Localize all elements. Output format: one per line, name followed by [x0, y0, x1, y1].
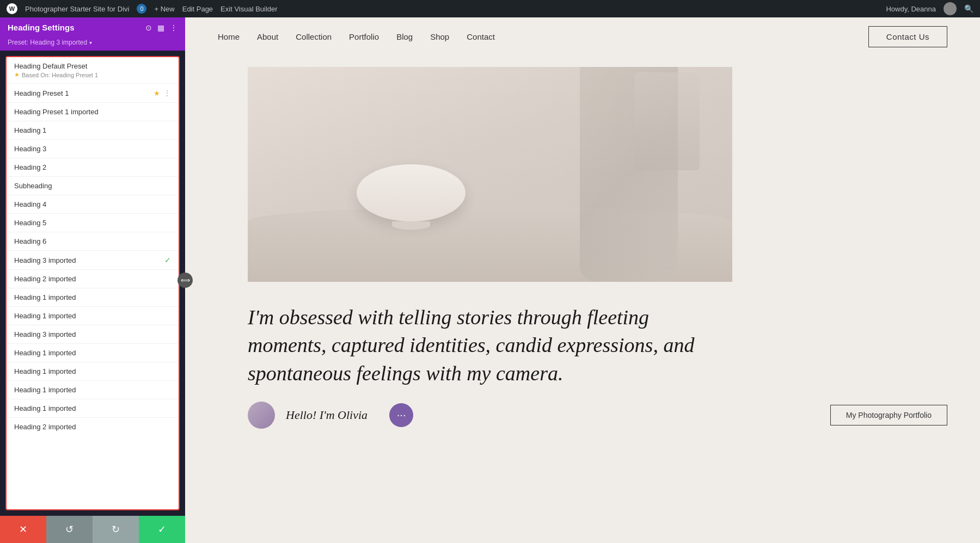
howdy-text: Howdy, Deanna: [886, 5, 936, 13]
preset-name: Heading 3 imported: [14, 330, 76, 338]
comments-link[interactable]: 0: [137, 4, 146, 14]
preset-name: Heading 2 imported: [14, 275, 76, 283]
redo-button[interactable]: ↻: [93, 516, 139, 543]
bowl: [357, 164, 465, 221]
preset-name: Heading Preset 1: [14, 89, 69, 97]
nav-about[interactable]: About: [257, 32, 278, 41]
search-icon[interactable]: 🔍: [964, 4, 973, 13]
preset-item[interactable]: Heading 3 imported: [7, 325, 179, 344]
preset-item[interactable]: Heading 1: [7, 121, 179, 140]
preset-name: Heading 1 imported: [14, 404, 76, 412]
preset-item[interactable]: Heading 3: [7, 140, 179, 158]
main-content: Home About Collection Portfolio Blog Sho…: [185, 17, 980, 543]
sidebar: Heading Settings ⊙ ▦ ⋮ Preset: Heading 3…: [0, 17, 185, 543]
admin-bar: W Photographer Starter Site for Divi 0 +…: [0, 0, 980, 17]
preset-name: Heading Preset 1 imported: [14, 108, 99, 116]
star-icon: ★: [14, 71, 20, 78]
preset-item[interactable]: Heading 5: [7, 214, 179, 232]
preset-list: Heading Default Preset ★ Based On: Headi…: [5, 56, 180, 510]
wordpress-logo-icon[interactable]: W: [7, 3, 17, 14]
nav-shop[interactable]: Shop: [430, 32, 449, 41]
edit-page-link[interactable]: Edit Page: [182, 5, 213, 13]
more-options-icon[interactable]: ⋮: [163, 89, 171, 97]
preset-name: Heading 3: [14, 145, 46, 153]
avatar: [248, 402, 275, 429]
more-options-icon[interactable]: ⋮: [170, 23, 177, 32]
nav-portfolio[interactable]: Portfolio: [349, 32, 379, 41]
preset-name: Heading 1 imported: [14, 312, 76, 320]
preset-name: Heading 6: [14, 237, 46, 245]
preset-row[interactable]: Preset: Heading 3 imported ▾: [0, 38, 185, 51]
avatar[interactable]: [944, 2, 957, 15]
preset-item[interactable]: Heading 1 imported: [7, 381, 179, 399]
preset-name: Heading 2 imported: [14, 423, 76, 431]
hero-tagline: I'm obsessed with telling stories throug…: [248, 304, 710, 387]
preset-item[interactable]: Heading 1 imported: [7, 344, 179, 362]
preset-name: Heading 1: [14, 126, 46, 134]
sidebar-header: Heading Settings ⊙ ▦ ⋮: [0, 17, 185, 38]
preset-item[interactable]: Heading 1 imported: [7, 307, 179, 325]
hero-section: [185, 56, 980, 293]
new-link[interactable]: + New: [154, 5, 174, 13]
preset-item-left: Heading Default Preset ★ Based On: Headi…: [14, 62, 98, 78]
portfolio-button[interactable]: My Photography Portfolio: [830, 405, 947, 425]
cancel-button[interactable]: ✕: [0, 516, 46, 543]
preset-based-on: ★ Based On: Heading Preset 1: [14, 71, 98, 78]
sidebar-title: Heading Settings: [8, 23, 75, 32]
preset-name: Heading 1 imported: [14, 386, 76, 394]
admin-bar-left: W Photographer Starter Site for Divi 0 +…: [7, 3, 877, 14]
preset-item-right: ★ ⋮: [154, 89, 171, 97]
preset-item[interactable]: Heading 1 imported: [7, 362, 179, 381]
bio-row: Hello! I'm Olivia ··· My Photography Por…: [185, 393, 980, 434]
preset-dropdown-arrow-icon: ▾: [89, 40, 92, 46]
preset-name: Heading 5: [14, 219, 46, 227]
site-nav: Home About Collection Portfolio Blog Sho…: [185, 17, 980, 56]
preset-name: Heading 1 imported: [14, 349, 76, 357]
preset-name: Heading 1 imported: [14, 293, 76, 301]
undo-button[interactable]: ↺: [46, 516, 93, 543]
preset-item[interactable]: Heading 2 imported: [7, 418, 179, 436]
drag-handle[interactable]: ⟺: [177, 273, 193, 288]
cushion: [634, 72, 700, 170]
contact-us-button[interactable]: Contact Us: [868, 26, 947, 47]
preset-name: Heading 1 imported: [14, 367, 76, 375]
preset-item[interactable]: Heading Preset 1 imported: [7, 103, 179, 121]
preset-item[interactable]: Subheading: [7, 177, 179, 195]
nav-collection[interactable]: Collection: [296, 32, 332, 41]
preset-item[interactable]: Heading Preset 1 ★ ⋮: [7, 84, 179, 103]
main-layout: Heading Settings ⊙ ▦ ⋮ Preset: Heading 3…: [0, 17, 980, 543]
preset-name: Subheading: [14, 182, 52, 190]
nav-links: Home About Collection Portfolio Blog Sho…: [218, 32, 495, 41]
sidebar-bottom-toolbar: ✕ ↺ ↻ ✓: [0, 516, 185, 543]
preset-item[interactable]: Heading 6: [7, 232, 179, 251]
nav-contact[interactable]: Contact: [467, 32, 495, 41]
hero-text: I'm obsessed with telling stories throug…: [185, 293, 980, 393]
preset-name: Heading 4: [14, 200, 46, 208]
hero-scene: [248, 67, 732, 282]
site-name[interactable]: Photographer Starter Site for Divi: [25, 5, 129, 13]
preset-item-active[interactable]: Heading 3 imported ✓: [7, 251, 179, 270]
preset-name: Heading Default Preset: [14, 62, 98, 70]
preset-name: Heading 2: [14, 163, 46, 171]
expand-icon[interactable]: ⊙: [145, 23, 152, 32]
hero-image: [248, 67, 732, 282]
preset-item[interactable]: Heading 4: [7, 195, 179, 214]
comments-count: 0: [137, 4, 146, 14]
preset-label: Preset: Heading 3 imported: [8, 39, 87, 46]
columns-icon[interactable]: ▦: [157, 23, 164, 32]
preset-item[interactable]: Heading 1 imported: [7, 399, 179, 418]
nav-home[interactable]: Home: [218, 32, 240, 41]
preset-name: Heading 3 imported: [14, 256, 76, 264]
checkmark-icon: ✓: [164, 256, 171, 264]
preset-item[interactable]: Heading 2: [7, 158, 179, 177]
star-button[interactable]: ★: [154, 89, 160, 97]
nav-blog[interactable]: Blog: [396, 32, 413, 41]
preset-item-default[interactable]: Heading Default Preset ★ Based On: Headi…: [7, 57, 179, 84]
exit-builder-link[interactable]: Exit Visual Builder: [220, 5, 278, 13]
fab-button[interactable]: ···: [389, 403, 413, 427]
preset-item[interactable]: Heading 1 imported: [7, 288, 179, 307]
confirm-button[interactable]: ✓: [139, 516, 185, 543]
preset-item[interactable]: Heading 2 imported: [7, 270, 179, 288]
sidebar-header-icons: ⊙ ▦ ⋮: [145, 23, 177, 32]
bio-name: Hello! I'm Olivia: [286, 408, 367, 422]
